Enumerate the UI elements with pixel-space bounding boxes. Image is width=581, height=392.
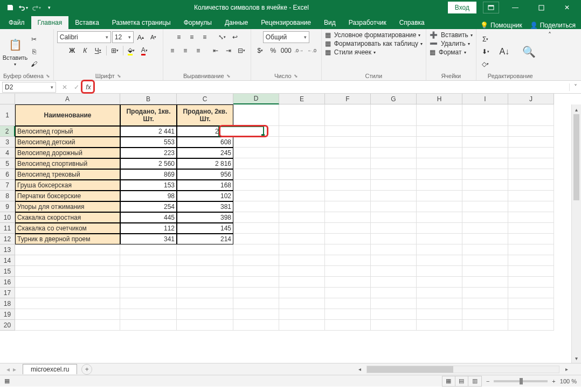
cell-styles-button[interactable]: ▦Стили ячеек▾ bbox=[325, 48, 376, 56]
formula-input[interactable] bbox=[94, 82, 569, 93]
cell-E20[interactable] bbox=[279, 320, 325, 331]
col-header-D[interactable]: D bbox=[233, 94, 279, 104]
cell-C4[interactable]: 245 bbox=[177, 148, 233, 158]
qat-customize-icon[interactable]: ▾ bbox=[43, 2, 55, 13]
cell-E15[interactable] bbox=[279, 266, 325, 277]
row-header-5[interactable]: 5 bbox=[0, 158, 15, 169]
clipboard-launcher-icon[interactable]: ⬊ bbox=[46, 73, 50, 79]
font-name-combo[interactable]: Calibri▾ bbox=[57, 31, 111, 43]
autosum-icon[interactable]: Σ▾ bbox=[480, 33, 492, 45]
col-header-F[interactable]: F bbox=[325, 94, 371, 104]
cell-H17[interactable] bbox=[417, 288, 462, 298]
tab-page-layout[interactable]: Разметка страницы bbox=[106, 16, 177, 29]
cell-B14[interactable] bbox=[120, 255, 177, 266]
format-table-button[interactable]: ▦Форматировать как таблицу▾ bbox=[325, 40, 423, 47]
cell-D17[interactable] bbox=[233, 288, 279, 298]
cell-F9[interactable] bbox=[325, 201, 371, 212]
delete-cells-button[interactable]: ➖Удалить▾ bbox=[430, 40, 470, 47]
font-size-combo[interactable]: 12▾ bbox=[112, 31, 134, 43]
cell-G9[interactable] bbox=[371, 201, 417, 212]
cell-F12[interactable] bbox=[325, 234, 371, 244]
col-header-E[interactable]: E bbox=[279, 94, 325, 104]
row-header-11[interactable]: 11 bbox=[0, 223, 15, 234]
cell-D6[interactable] bbox=[233, 169, 279, 180]
cell-D19[interactable] bbox=[233, 309, 279, 320]
cell-B13[interactable] bbox=[120, 244, 177, 255]
cell-A10[interactable]: Скакалка скоростная bbox=[15, 212, 120, 223]
cell-E12[interactable] bbox=[279, 234, 325, 244]
row-header-1[interactable]: 1 bbox=[0, 104, 15, 126]
cell-D9[interactable] bbox=[233, 201, 279, 212]
underline-button[interactable]: Ч▾ bbox=[92, 45, 104, 57]
cell-F8[interactable] bbox=[325, 191, 371, 201]
cell-F17[interactable] bbox=[325, 288, 371, 298]
cell-F11[interactable] bbox=[325, 223, 371, 234]
tab-formulas[interactable]: Формулы bbox=[177, 16, 218, 29]
cell-J15[interactable] bbox=[508, 266, 554, 277]
cell-I2[interactable] bbox=[462, 126, 508, 137]
row-header-2[interactable]: 2 bbox=[0, 126, 15, 137]
cell-F16[interactable] bbox=[325, 277, 371, 288]
decrease-indent-icon[interactable]: ⇤ bbox=[210, 45, 222, 57]
cell-E7[interactable] bbox=[279, 180, 325, 191]
cell-C14[interactable] bbox=[177, 255, 233, 266]
cell-C9[interactable]: 381 bbox=[177, 201, 233, 212]
wrap-text-icon[interactable]: ↩ bbox=[229, 31, 241, 43]
cell-G13[interactable] bbox=[371, 244, 417, 255]
row-header-18[interactable]: 18 bbox=[0, 298, 15, 309]
cell-C6[interactable]: 956 bbox=[177, 169, 233, 180]
cell-B1[interactable]: Продано, 1кв. Шт. bbox=[120, 104, 177, 126]
zoom-level[interactable]: 100 % bbox=[560, 378, 577, 384]
cell-D16[interactable] bbox=[233, 277, 279, 288]
cell-B17[interactable] bbox=[120, 288, 177, 298]
cell-H13[interactable] bbox=[417, 244, 462, 255]
copy-icon[interactable]: ⎘ bbox=[28, 46, 40, 58]
sheet-tab[interactable]: microexcel.ru bbox=[23, 364, 77, 374]
cell-C3[interactable]: 608 bbox=[177, 137, 233, 148]
cell-I18[interactable] bbox=[462, 298, 508, 309]
cell-E8[interactable] bbox=[279, 191, 325, 201]
tab-home[interactable]: Главная bbox=[31, 16, 69, 29]
cell-I17[interactable] bbox=[462, 288, 508, 298]
cancel-icon[interactable]: ✕ bbox=[59, 82, 70, 93]
name-box[interactable]: D2▾ bbox=[2, 82, 56, 93]
cell-E3[interactable] bbox=[279, 137, 325, 148]
cell-D11[interactable] bbox=[233, 223, 279, 234]
cell-C1[interactable]: Продано, 2кв. Шт. bbox=[177, 104, 233, 126]
cell-I1[interactable] bbox=[462, 104, 508, 126]
cell-E10[interactable] bbox=[279, 212, 325, 223]
cell-D13[interactable] bbox=[233, 244, 279, 255]
cell-B20[interactable] bbox=[120, 320, 177, 331]
cell-E16[interactable] bbox=[279, 277, 325, 288]
insert-function-button[interactable]: fx bbox=[83, 82, 94, 93]
cell-G14[interactable] bbox=[371, 255, 417, 266]
cell-G15[interactable] bbox=[371, 266, 417, 277]
cell-A17[interactable] bbox=[15, 288, 120, 298]
horizontal-scrollbar[interactable]: ◂ ▸ bbox=[355, 365, 581, 374]
cell-F2[interactable] bbox=[325, 126, 371, 137]
cell-B9[interactable]: 254 bbox=[120, 201, 177, 212]
cell-I20[interactable] bbox=[462, 320, 508, 331]
cell-A18[interactable] bbox=[15, 298, 120, 309]
scroll-up-icon[interactable]: ▴ bbox=[572, 104, 581, 114]
cell-A1[interactable]: Наименование bbox=[15, 104, 120, 126]
merge-icon[interactable]: ⊟▾ bbox=[236, 45, 247, 57]
cell-F1[interactable] bbox=[325, 104, 371, 126]
accounting-icon[interactable]: $▾ bbox=[254, 45, 266, 57]
cell-F4[interactable] bbox=[325, 148, 371, 158]
scroll-down-icon[interactable]: ▾ bbox=[572, 353, 581, 363]
number-launcher-icon[interactable]: ⬊ bbox=[294, 73, 298, 79]
redo-icon[interactable]: ▾ bbox=[30, 2, 42, 13]
cell-B11[interactable]: 112 bbox=[120, 223, 177, 234]
cell-C5[interactable]: 2 816 bbox=[177, 158, 233, 169]
cell-B10[interactable]: 445 bbox=[120, 212, 177, 223]
new-sheet-button[interactable]: + bbox=[81, 364, 92, 375]
tab-review[interactable]: Рецензирование bbox=[254, 16, 317, 29]
cell-A3[interactable]: Велосипед детский bbox=[15, 137, 120, 148]
cell-C12[interactable]: 214 bbox=[177, 234, 233, 244]
cell-H15[interactable] bbox=[417, 266, 462, 277]
page-layout-view-icon[interactable]: ▤ bbox=[455, 376, 468, 386]
format-painter-icon[interactable]: 🖌 bbox=[28, 58, 40, 70]
tab-data[interactable]: Данные bbox=[218, 16, 254, 29]
cell-I10[interactable] bbox=[462, 212, 508, 223]
